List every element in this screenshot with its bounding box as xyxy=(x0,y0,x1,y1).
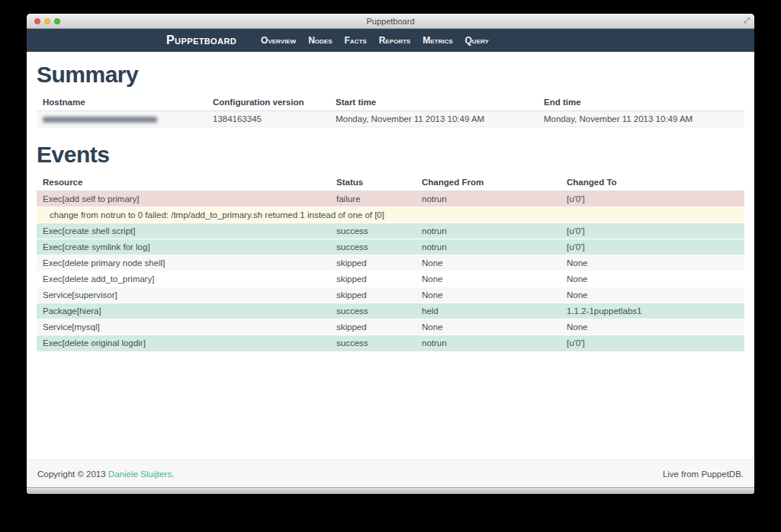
events-col-status: Status xyxy=(330,173,416,191)
event-changed-from-cell: notrun xyxy=(416,191,561,207)
event-resource-cell: Exec[create shell script] xyxy=(37,223,330,239)
summary-endtime-cell: Monday, November 11 2013 10:49 AM xyxy=(538,111,744,127)
copyright-suffix: . xyxy=(172,470,174,479)
event-changed-to-cell: [u'0'] xyxy=(561,335,744,351)
event-resource-cell: Exec[delete add_to_primary] xyxy=(37,271,330,287)
event-row: Package[hiera] success held 1.1.2-1puppe… xyxy=(37,303,744,319)
event-row: Exec[create shell script] success notrun… xyxy=(37,223,744,239)
event-message-cell: change from notrun to 0 failed: /tmp/add… xyxy=(37,207,744,223)
event-status-cell: failure xyxy=(330,191,416,207)
fullscreen-icon[interactable]: ⤢ xyxy=(744,16,750,25)
event-status-cell: skipped xyxy=(330,287,416,303)
event-changed-from-cell: notrun xyxy=(416,223,561,239)
event-changed-from-cell: None xyxy=(416,255,561,271)
events-table-body: Exec[add self to primary] failure notrun… xyxy=(37,191,744,351)
nav-item-nodes[interactable]: Nodes xyxy=(308,35,332,46)
event-resource-cell: Exec[delete primary node shell] xyxy=(37,255,330,271)
author-link[interactable]: Daniele Sluijters xyxy=(108,470,172,479)
event-status-cell: skipped xyxy=(330,319,416,335)
event-status-cell: success xyxy=(330,335,416,351)
copyright-text: Copyright © 2013 Daniele Sluijters. xyxy=(37,470,174,479)
nav-item-metrics[interactable]: Metrics xyxy=(423,35,452,46)
event-resource-cell: Exec[add self to primary] xyxy=(37,191,330,207)
nav-item-reports[interactable]: Reports xyxy=(379,35,411,46)
event-status-cell: skipped xyxy=(330,271,416,287)
summary-heading: Summary xyxy=(37,62,744,88)
event-changed-to-cell: 1.1.2-1puppetlabs1 xyxy=(561,303,744,319)
event-row: Exec[add self to primary] failure notrun… xyxy=(37,191,744,207)
events-col-changed-to: Changed To xyxy=(561,173,744,191)
summary-row: 1384163345 Monday, November 11 2013 10:4… xyxy=(37,111,744,127)
event-changed-to-cell: [u'0'] xyxy=(561,239,744,255)
events-col-changed-from: Changed From xyxy=(416,173,561,191)
event-changed-from-cell: None xyxy=(416,271,561,287)
event-row: Exec[delete primary node shell] skipped … xyxy=(37,255,744,271)
event-row: Exec[delete original logdir] success not… xyxy=(37,335,744,351)
navbar-brand[interactable]: Puppetboard xyxy=(166,34,236,47)
event-changed-to-cell: [u'0'] xyxy=(561,223,744,239)
app-window: Puppetboard ⤢ Puppetboard Overview Nodes… xyxy=(27,14,754,494)
event-status-cell: success xyxy=(330,303,416,319)
event-changed-to-cell: None xyxy=(561,255,744,271)
nav-item-query[interactable]: Query xyxy=(465,35,489,46)
footer: Copyright © 2013 Daniele Sluijters. Live… xyxy=(27,460,754,487)
nav-item-overview[interactable]: Overview xyxy=(261,35,296,46)
summary-col-hostname: Hostname xyxy=(37,93,207,111)
hostname-redacted xyxy=(43,117,157,123)
event-status-cell: skipped xyxy=(330,255,416,271)
events-heading: Events xyxy=(37,142,744,168)
summary-starttime-cell: Monday, November 11 2013 10:49 AM xyxy=(329,111,538,127)
event-status-cell: success xyxy=(330,223,416,239)
event-row: Service[supervisor] skipped None None xyxy=(37,287,744,303)
summary-col-endtime: End time xyxy=(538,93,744,111)
event-changed-from-cell: held xyxy=(416,303,561,319)
event-changed-from-cell: notrun xyxy=(416,239,561,255)
events-header-row: Resource Status Changed From Changed To xyxy=(37,173,744,191)
event-changed-from-cell: notrun xyxy=(416,335,561,351)
event-resource-cell: Service[supervisor] xyxy=(37,287,330,303)
window-bottom-edge[interactable] xyxy=(27,487,754,494)
event-row: Exec[delete add_to_primary] skipped None… xyxy=(37,271,744,287)
events-col-resource: Resource xyxy=(37,173,330,191)
summary-header-row: Hostname Configuration version Start tim… xyxy=(37,93,744,111)
nav-item-facts[interactable]: Facts xyxy=(345,35,367,46)
event-row: Exec[create symlink for log] success not… xyxy=(37,239,744,255)
event-status-cell: success xyxy=(330,239,416,255)
summary-table: Hostname Configuration version Start tim… xyxy=(37,93,744,127)
summary-configver-cell: 1384163345 xyxy=(207,111,329,127)
event-changed-to-cell: None xyxy=(561,271,744,287)
copyright-prefix: Copyright © 2013 xyxy=(37,470,108,479)
main-content: Summary Hostname Configuration version S… xyxy=(27,52,754,460)
event-resource-cell: Exec[delete original logdir] xyxy=(37,335,330,351)
event-changed-to-cell: None xyxy=(561,319,744,335)
event-resource-cell: Package[hiera] xyxy=(37,303,330,319)
event-changed-to-cell: None xyxy=(561,287,744,303)
navbar: Puppetboard Overview Nodes Facts Reports… xyxy=(27,29,754,52)
puppetdb-status-text: Live from PuppetDB. xyxy=(663,470,744,479)
summary-col-configver: Configuration version xyxy=(207,93,329,111)
event-changed-to-cell: [u'0'] xyxy=(561,191,744,207)
event-changed-from-cell: None xyxy=(416,287,561,303)
summary-col-starttime: Start time xyxy=(329,93,538,111)
summary-hostname-cell xyxy=(37,111,207,127)
event-changed-from-cell: None xyxy=(416,319,561,335)
event-row: Service[mysql] skipped None None xyxy=(37,319,744,335)
event-resource-cell: Service[mysql] xyxy=(37,319,330,335)
window-titlebar[interactable]: Puppetboard ⤢ xyxy=(27,14,754,29)
event-message-row: change from notrun to 0 failed: /tmp/add… xyxy=(37,207,744,223)
event-resource-cell: Exec[create symlink for log] xyxy=(37,239,330,255)
window-title: Puppetboard xyxy=(27,17,754,26)
events-table: Resource Status Changed From Changed To … xyxy=(37,173,744,351)
